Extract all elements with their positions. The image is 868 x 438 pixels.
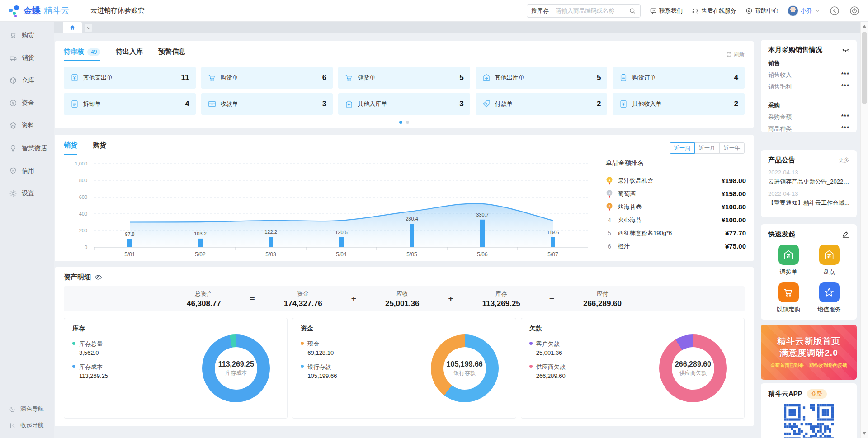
power-button[interactable] — [849, 5, 860, 16]
main-content: 待审核49待出入库预警信息 刷新 其他支出单 11 购货单 6 销货单 5 其他… — [54, 33, 860, 438]
contact-us-link[interactable]: 联系我们 — [650, 7, 683, 15]
scroll-up-arrow[interactable] — [861, 23, 868, 29]
svg-text:122.2: 122.2 — [264, 229, 277, 235]
todo-card[interactable]: 收款单 3 — [201, 93, 333, 115]
search-icon[interactable] — [629, 7, 636, 14]
ranking-item[interactable]: 3烤海苔卷¥100.80 — [606, 200, 746, 213]
ranking-item[interactable]: 1果汁饮品礼盒¥198.00 — [606, 174, 746, 187]
todo-card[interactable]: 销货单 5 — [338, 67, 470, 89]
after-sales-service-link[interactable]: 售后在线服务 — [692, 7, 736, 15]
announcement-text[interactable]: 云进销存产品更新公告_20220... — [768, 178, 849, 186]
sidebar-item-settings[interactable]: 设置 — [0, 182, 54, 205]
y-axis-tick: 200 — [64, 228, 87, 233]
announcement-text[interactable]: 【重要通知】精斗云工作台域... — [768, 199, 849, 207]
donut-center-value: 113,269.25 — [218, 360, 254, 368]
todo-card[interactable]: 其他出库单 5 — [476, 67, 608, 89]
user-menu[interactable]: 小乔 — [788, 5, 820, 16]
scroll-thumb[interactable] — [862, 32, 867, 104]
todo-card[interactable]: 其他入库单 3 — [338, 93, 470, 115]
app-card-title: 精斗云APP — [768, 390, 802, 398]
monthly-row-value: *** — [841, 71, 849, 79]
help-center-link[interactable]: 帮助中心 — [745, 7, 778, 15]
survey-banner[interactable]: 精斗云新版首页 满意度调研2.0 全新首页已到来 期待收到您的反馈 — [761, 325, 857, 380]
sidebar-footer-label: 深色导航 — [20, 405, 44, 413]
page-scrollbar[interactable] — [860, 22, 868, 438]
app-qr-code — [784, 404, 834, 438]
app-logo[interactable]: 金蝶 精斗云 — [8, 5, 70, 17]
cart-icon — [208, 73, 217, 82]
more-link[interactable]: 更多 — [839, 156, 849, 164]
tab-pending-inout[interactable]: 待出入库 — [116, 47, 143, 61]
ranking-item[interactable]: 2葡萄酒¥158.00 — [606, 187, 746, 200]
sidebar-item-sales[interactable]: 销货 — [0, 47, 54, 69]
sidebar-item-materials[interactable]: 资料 — [0, 114, 54, 137]
tab-purchase[interactable]: 购货 — [93, 141, 106, 155]
account-title[interactable]: 云进销存体验账套 — [90, 6, 145, 15]
announcement-item[interactable]: 2022-04-13云进销存产品更新公告_20220... — [768, 169, 849, 186]
svg-text:3: 3 — [609, 204, 611, 208]
inventory-search[interactable]: 搜库存 — [527, 4, 641, 18]
carousel-dot[interactable] — [406, 121, 409, 124]
guide-back-button[interactable] — [829, 5, 840, 16]
quick-action-purchase-by-sales[interactable]: 以销定购 — [777, 282, 800, 314]
todo-card[interactable]: 购货订单 4 — [613, 67, 745, 89]
refresh-button[interactable]: 刷新 — [726, 51, 745, 58]
todo-card[interactable]: 拆卸单 4 — [64, 93, 196, 115]
home-tab-dropdown[interactable] — [85, 24, 92, 32]
formula-term: 应收25,001.36 — [385, 290, 420, 308]
todo-card[interactable]: 其他收入单 2 — [613, 93, 745, 115]
search-input[interactable] — [556, 7, 626, 14]
assets-title: 资产明细 — [64, 273, 91, 282]
edit-icon[interactable] — [842, 231, 849, 238]
period-button-0[interactable]: 近一周 — [670, 142, 695, 154]
tab-pending-review[interactable]: 待审核49 — [64, 47, 100, 61]
sidebar-footer-label: 收起导航 — [20, 421, 44, 429]
announcement-item[interactable]: 2022-04-13【重要通知】精斗云工作台域... — [768, 190, 849, 207]
asset-card: 库存 库存总量 3,562.0 库存成本 113,269.25 113,269.… — [64, 318, 288, 419]
todo-card[interactable]: 其他支出单 11 — [64, 67, 196, 89]
eye-icon[interactable] — [94, 273, 102, 281]
product-amount: ¥75.00 — [725, 242, 746, 250]
sidebar-item-funds[interactable]: 资金 — [0, 92, 54, 114]
refresh-icon — [726, 52, 732, 57]
home-tab[interactable] — [63, 22, 82, 33]
period-button-1[interactable]: 近一月 — [694, 142, 720, 154]
todo-card[interactable]: 付款单 2 — [476, 93, 608, 115]
sidebar-item-warehouse[interactable]: 仓库 — [0, 69, 54, 92]
ranking-item[interactable]: 5西红柿意粉酱190g*6¥77.70 — [606, 226, 746, 240]
ranking-item[interactable]: 4夹心海苔¥100.00 — [606, 213, 746, 226]
todo-card-label: 拆卸单 — [83, 100, 101, 108]
legend-label: 银行存款 — [307, 363, 337, 371]
pending-tasks-panel: 待审核49待出入库预警信息 刷新 其他支出单 11 购货单 6 销货单 5 其他… — [55, 41, 754, 128]
monthly-row-label: 销售毛利 — [768, 83, 792, 91]
tab-label: 购货 — [93, 141, 106, 150]
sidebar-item-smart-store[interactable]: 智慧微店 — [0, 137, 54, 160]
chat-icon — [650, 7, 657, 14]
quick-action-stocktake[interactable]: 盘点 — [819, 245, 840, 276]
period-button-2[interactable]: 近一年 — [719, 142, 745, 154]
monthly-row-label: 商品种类 — [768, 125, 792, 132]
todo-card[interactable]: 购货单 6 — [201, 67, 333, 89]
carousel-dot[interactable] — [399, 121, 402, 124]
search-scope-selector[interactable]: 搜库存 — [531, 7, 549, 15]
sidebar-footer-collapse-nav[interactable]: 收起导航 — [0, 417, 54, 433]
tab-alerts[interactable]: 预警信息 — [158, 47, 185, 61]
eye-closed-icon[interactable] — [842, 46, 849, 54]
quick-action-transfer-order[interactable]: 调拨单 — [778, 245, 799, 276]
quick-action-value-added-services[interactable]: 增值服务 — [817, 282, 841, 314]
scroll-down-arrow[interactable] — [861, 430, 868, 437]
formula-term-label: 资金 — [284, 290, 322, 298]
tab-sales[interactable]: 销货 — [64, 141, 77, 155]
collapse-icon — [9, 422, 16, 429]
sidebar-footer-dark-nav[interactable]: 深色导航 — [0, 401, 54, 417]
announcements-title: 产品公告 — [768, 156, 795, 165]
legend-dot — [529, 365, 533, 368]
house-out-icon — [482, 73, 491, 82]
sidebar-item-credit[interactable]: 信用 — [0, 160, 54, 182]
sidebar-item-label: 智慧微店 — [22, 144, 47, 152]
todo-card-label: 收款单 — [221, 100, 238, 108]
sidebar-item-purchase[interactable]: 购货 — [0, 24, 54, 47]
ranking-item[interactable]: 6橙汁¥75.00 — [606, 240, 746, 253]
house-swap-icon — [819, 245, 840, 265]
product-name: 果汁饮品礼盒 — [618, 177, 717, 185]
